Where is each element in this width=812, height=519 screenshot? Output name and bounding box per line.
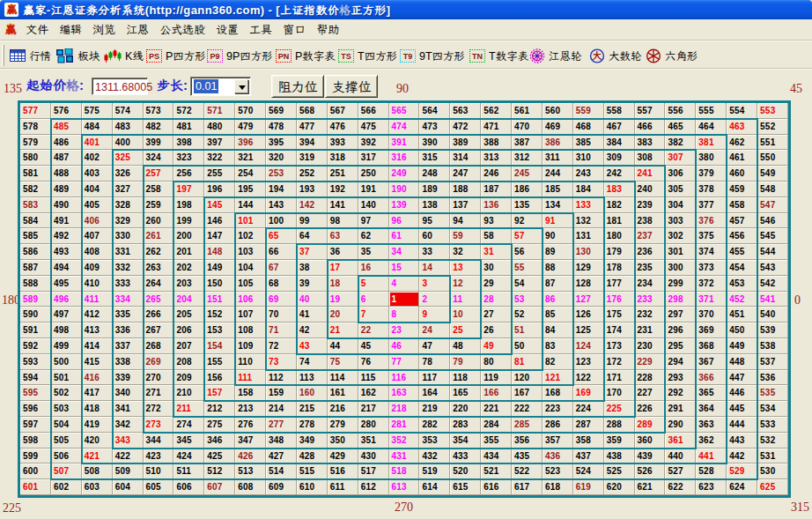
gann-cell-13[interactable]: 13 <box>450 260 481 276</box>
gann-cell-215[interactable]: 215 <box>297 401 328 417</box>
gann-cell-518[interactable]: 518 <box>389 463 420 479</box>
gann-cell-273[interactable]: 273 <box>144 417 174 433</box>
gann-cell-370[interactable]: 370 <box>696 307 727 323</box>
gann-cell-559[interactable]: 559 <box>573 103 604 119</box>
gann-cell-234[interactable]: 234 <box>635 276 666 292</box>
gann-cell-308[interactable]: 308 <box>635 150 666 166</box>
gann-cell-618[interactable]: 618 <box>543 479 573 495</box>
gann-cell-58[interactable]: 58 <box>481 228 512 244</box>
gann-cell-468[interactable]: 468 <box>573 119 604 135</box>
gann-cell-48[interactable]: 48 <box>450 338 481 354</box>
gann-cell-561[interactable]: 561 <box>512 103 543 119</box>
gann-cell-177[interactable]: 177 <box>604 276 635 292</box>
gann-cell-204[interactable]: 204 <box>173 292 204 308</box>
gann-cell-321[interactable]: 321 <box>235 150 266 166</box>
gann-cell-551[interactable]: 551 <box>757 135 788 151</box>
gann-cell-296[interactable]: 296 <box>665 323 696 338</box>
gann-cell-390[interactable]: 390 <box>419 135 450 151</box>
gann-cell-460[interactable]: 460 <box>727 166 757 182</box>
gann-cell-248[interactable]: 248 <box>419 166 450 182</box>
toolbar-button-2[interactable]: 板块 <box>55 41 100 70</box>
gann-cell-617[interactable]: 617 <box>512 479 543 495</box>
gann-cell-473[interactable]: 473 <box>419 119 450 135</box>
gann-cell-576[interactable]: 576 <box>51 103 82 119</box>
gann-cell-136[interactable]: 136 <box>481 197 512 213</box>
gann-cell-47[interactable]: 47 <box>419 338 450 354</box>
gann-cell-593[interactable]: 593 <box>20 354 51 370</box>
gann-cell-160[interactable]: 160 <box>297 385 328 401</box>
gann-cell-404[interactable]: 404 <box>82 182 113 197</box>
gann-cell-424[interactable]: 424 <box>173 449 204 464</box>
gann-cell-278[interactable]: 278 <box>297 417 328 433</box>
gann-cell-314[interactable]: 314 <box>450 150 481 166</box>
gann-cell-374[interactable]: 374 <box>696 244 727 260</box>
gann-cell-120[interactable]: 120 <box>512 370 543 386</box>
gann-cell-447[interactable]: 447 <box>727 370 757 386</box>
gann-cell-355[interactable]: 355 <box>481 433 512 449</box>
gann-cell-125[interactable]: 125 <box>573 323 604 338</box>
gann-cell-98[interactable]: 98 <box>328 213 358 229</box>
gann-cell-443[interactable]: 443 <box>727 433 757 449</box>
gann-cell-378[interactable]: 378 <box>696 182 727 197</box>
gann-cell-516[interactable]: 516 <box>328 463 358 479</box>
gann-cell-57[interactable]: 57 <box>512 228 543 244</box>
gann-cell-182[interactable]: 182 <box>604 197 635 213</box>
gann-cell-256[interactable]: 256 <box>173 166 204 182</box>
gann-cell-27[interactable]: 27 <box>481 307 512 323</box>
gann-cell-102[interactable]: 102 <box>235 228 266 244</box>
gann-cell-413[interactable]: 413 <box>82 323 113 338</box>
gann-cell-554[interactable]: 554 <box>727 103 757 119</box>
gann-cell-481[interactable]: 481 <box>173 119 204 135</box>
gann-cell-437[interactable]: 437 <box>573 449 604 464</box>
gann-cell-579[interactable]: 579 <box>20 135 51 151</box>
gann-cell-594[interactable]: 594 <box>20 370 51 386</box>
support-button[interactable]: 支撑位 <box>325 75 378 98</box>
gann-cell-352[interactable]: 352 <box>389 433 420 449</box>
gann-cell-471[interactable]: 471 <box>481 119 512 135</box>
gann-cell-625[interactable]: 625 <box>757 479 788 495</box>
gann-cell-282[interactable]: 282 <box>419 417 450 433</box>
gann-cell-23[interactable]: 23 <box>389 323 420 338</box>
gann-cell-569[interactable]: 569 <box>266 103 297 119</box>
gann-cell-129[interactable]: 129 <box>573 260 604 276</box>
gann-cell-208[interactable]: 208 <box>173 354 204 370</box>
gann-cell-226[interactable]: 226 <box>635 401 666 417</box>
gann-cell-375[interactable]: 375 <box>696 228 727 244</box>
gann-cell-556[interactable]: 556 <box>665 103 696 119</box>
gann-cell-494[interactable]: 494 <box>51 260 82 276</box>
menu-item-1[interactable]: 文件 <box>20 19 54 41</box>
gann-cell-442[interactable]: 442 <box>727 449 757 464</box>
gann-cell-322[interactable]: 322 <box>204 150 235 166</box>
gann-cell-292[interactable]: 292 <box>665 385 696 401</box>
gann-cell-140[interactable]: 140 <box>358 197 389 213</box>
gann-cell-50[interactable]: 50 <box>512 338 543 354</box>
menu-item-4[interactable]: 江恩 <box>121 19 154 41</box>
gann-cell-582[interactable]: 582 <box>20 182 51 197</box>
gann-cell-59[interactable]: 59 <box>450 228 481 244</box>
gann-cell-440[interactable]: 440 <box>665 449 696 464</box>
gann-cell-233[interactable]: 233 <box>635 292 666 308</box>
gann-cell-1[interactable]: 1 <box>389 292 420 308</box>
gann-cell-449[interactable]: 449 <box>727 338 757 354</box>
gann-cell-452[interactable]: 452 <box>727 292 757 308</box>
gann-cell-11[interactable]: 11 <box>450 292 481 308</box>
gann-cell-147[interactable]: 147 <box>204 228 235 244</box>
gann-cell-218[interactable]: 218 <box>389 401 420 417</box>
gann-cell-304[interactable]: 304 <box>665 197 696 213</box>
gann-cell-105[interactable]: 105 <box>235 276 266 292</box>
gann-cell-382[interactable]: 382 <box>665 135 696 151</box>
resistance-button[interactable]: 阻力位 <box>271 75 324 98</box>
gann-cell-291[interactable]: 291 <box>665 401 696 417</box>
gann-cell-519[interactable]: 519 <box>419 463 450 479</box>
gann-cell-400[interactable]: 400 <box>113 135 144 151</box>
gann-cell-455[interactable]: 455 <box>727 244 757 260</box>
gann-cell-397[interactable]: 397 <box>204 135 235 151</box>
gann-cell-342[interactable]: 342 <box>113 417 144 433</box>
gann-cell-530[interactable]: 530 <box>757 463 788 479</box>
gann-cell-144[interactable]: 144 <box>235 197 266 213</box>
gann-cell-158[interactable]: 158 <box>235 385 266 401</box>
gann-cell-4[interactable]: 4 <box>389 276 420 292</box>
gann-cell-29[interactable]: 29 <box>481 276 512 292</box>
gann-cell-457[interactable]: 457 <box>727 213 757 229</box>
gann-cell-459[interactable]: 459 <box>727 182 757 197</box>
